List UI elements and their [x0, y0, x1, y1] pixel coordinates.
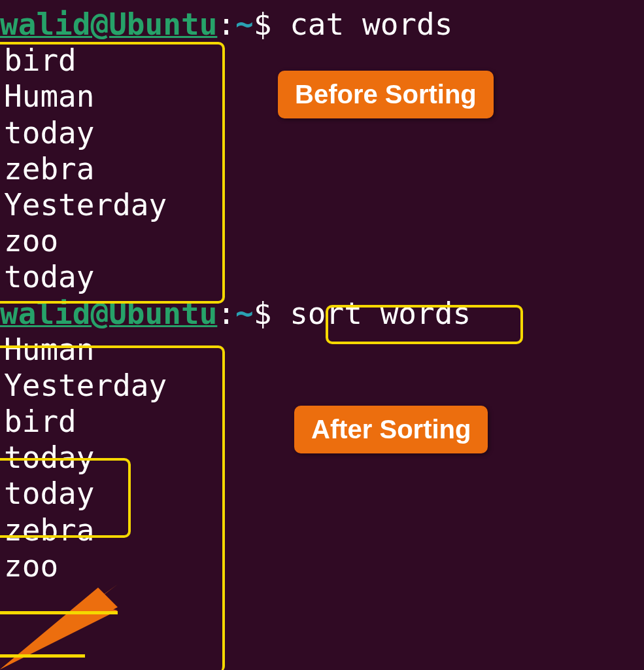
- callout-before-sorting: Before Sorting: [278, 71, 494, 118]
- prompt-user: walid@Ubuntu: [0, 7, 217, 42]
- command-2: sort words: [290, 296, 471, 331]
- output-line: zoo: [0, 223, 644, 259]
- output-line: Yesterday: [0, 368, 644, 404]
- prompt-dollar: $: [254, 296, 272, 331]
- prompt-colon: :: [217, 296, 235, 331]
- output-line: Human: [0, 332, 644, 368]
- callout-after-sorting: After Sorting: [294, 406, 488, 453]
- output-line: today: [0, 476, 644, 512]
- prompt-path: ~: [235, 296, 254, 331]
- prompt-path: ~: [235, 7, 254, 42]
- prompt-dollar: $: [254, 7, 272, 42]
- callout-tail-icon: [0, 584, 644, 670]
- prompt-line-1: walid@Ubuntu:~$ cat words: [0, 7, 644, 43]
- prompt-line-2: walid@Ubuntu:~$ sort words: [0, 296, 644, 332]
- highlight-underline: [0, 611, 118, 614]
- output-line: zebra: [0, 512, 644, 548]
- output-line: zebra: [0, 151, 644, 187]
- output-line: zoo: [0, 548, 644, 584]
- command-1: cat words: [290, 7, 452, 42]
- prompt-user: walid@Ubuntu: [0, 296, 217, 331]
- output-line: Yesterday: [0, 187, 644, 223]
- highlight-underline: [0, 654, 85, 658]
- output-line: today: [0, 115, 644, 151]
- prompt-colon: :: [217, 7, 235, 42]
- output-line: today: [0, 259, 644, 295]
